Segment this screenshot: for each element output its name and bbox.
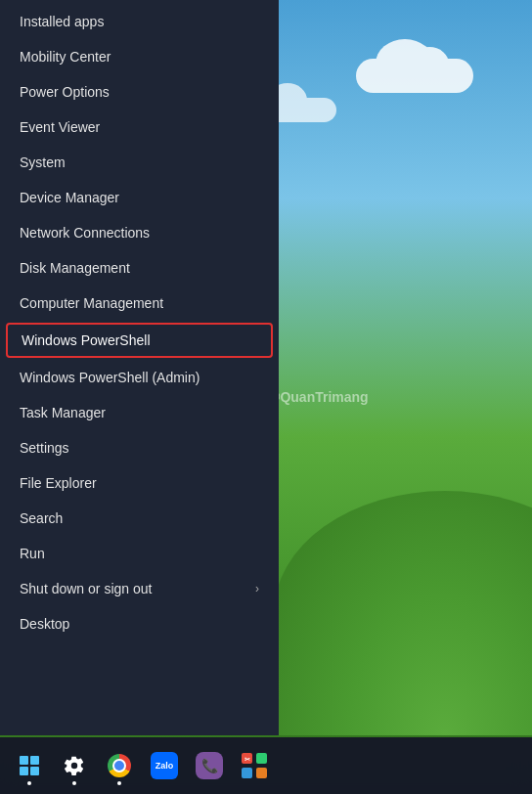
menu-item-disk-management[interactable]: Disk Management <box>0 250 279 286</box>
taskbar-viber-icon[interactable]: 📞 <box>190 746 229 785</box>
menu-item-desktop[interactable]: Desktop <box>0 606 279 641</box>
menu-item-power-options[interactable]: Power Options <box>0 74 279 110</box>
menu-item-run[interactable]: Run <box>0 536 279 571</box>
svg-rect-3 <box>256 768 267 778</box>
viber-app-icon: 📞 <box>196 752 223 779</box>
taskbar-apps-icon[interactable]: ✂ <box>235 746 274 785</box>
menu-item-device-manager[interactable]: Device Manager <box>0 180 279 215</box>
svg-rect-2 <box>242 768 252 778</box>
taskbar: Zalo 📞 ✂ <box>0 737 532 794</box>
watermark: ©QuanTrimang <box>270 389 369 405</box>
context-menu: Installed apps Mobility Center Power Opt… <box>0 0 279 735</box>
menu-item-task-manager[interactable]: Task Manager <box>0 395 279 430</box>
menu-item-file-explorer[interactable]: File Explorer <box>0 465 279 501</box>
svg-text:✂: ✂ <box>244 756 250 763</box>
taskbar-chrome-icon[interactable] <box>100 746 139 785</box>
chrome-browser-icon <box>108 754 131 777</box>
menu-item-search[interactable]: Search <box>0 501 279 536</box>
menu-item-windows-powershell[interactable]: Windows PowerShell <box>6 323 273 358</box>
gear-icon <box>64 755 85 776</box>
apps-grid-icon: ✂ <box>241 752 268 779</box>
zalo-app-icon: Zalo <box>151 752 178 779</box>
taskbar-settings-icon[interactable] <box>55 746 94 785</box>
windows-logo-icon <box>20 756 39 775</box>
hill-decoration <box>274 491 532 735</box>
menu-item-mobility-center[interactable]: Mobility Center <box>0 39 279 74</box>
menu-item-installed-apps[interactable]: Installed apps <box>0 4 279 39</box>
menu-item-system[interactable]: System <box>0 145 279 180</box>
menu-item-settings[interactable]: Settings <box>0 430 279 465</box>
cloud-decoration <box>356 59 473 93</box>
menu-item-shut-down-sign-out[interactable]: Shut down or sign out › <box>0 571 279 606</box>
menu-item-windows-powershell-admin[interactable]: Windows PowerShell (Admin) <box>0 360 279 395</box>
submenu-arrow-icon: › <box>255 582 259 596</box>
taskbar-start-button[interactable] <box>10 746 49 785</box>
taskbar-zalo-icon[interactable]: Zalo <box>145 746 184 785</box>
menu-item-network-connections[interactable]: Network Connections <box>0 215 279 250</box>
svg-rect-1 <box>256 753 267 764</box>
menu-item-computer-management[interactable]: Computer Management <box>0 286 279 321</box>
menu-item-event-viewer[interactable]: Event Viewer <box>0 110 279 145</box>
